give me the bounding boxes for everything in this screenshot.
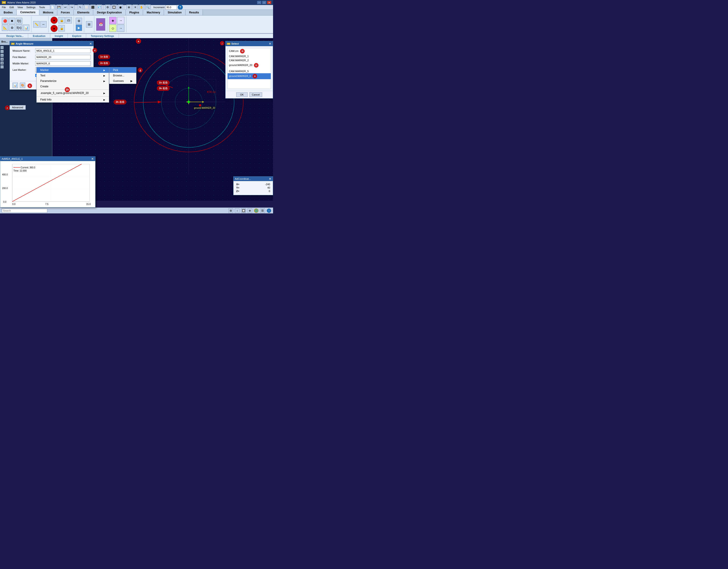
status-pan-button[interactable]: ↕ (235, 208, 239, 213)
status-globe-button[interactable]: 🌐 (254, 208, 259, 213)
coord-close-button[interactable]: ✕ (269, 177, 271, 181)
ribbon-btn-12[interactable]: 🗃 (65, 17, 72, 23)
ribbon-btn-11[interactable]: 🔒 (58, 17, 65, 23)
tab-plugins[interactable]: Plugins (126, 10, 143, 15)
select-close-button[interactable]: ✕ (269, 42, 271, 45)
menu-settings[interactable]: Settings (26, 6, 36, 9)
body-tool2[interactable]: 🔲 (111, 5, 117, 10)
ribbon-btn-2[interactable]: ✖ (9, 18, 15, 24)
sidebar-icon-1[interactable]: + (0, 46, 4, 49)
status-chain-button[interactable]: ⛓ (260, 208, 265, 213)
ribbon-btn-7[interactable]: 📊 (23, 25, 29, 31)
select-item-cam-marker5[interactable]: CAM.MARKER_5 (228, 69, 271, 73)
pan-tool[interactable]: ✋ (139, 5, 144, 10)
ribbon-btn-22[interactable]: → (117, 25, 124, 32)
ribbon-btn-18[interactable]: 📅 (96, 18, 105, 31)
select-item-cam-marker1[interactable]: CAM.MARKER_1 (228, 54, 271, 58)
select-list[interactable]: CAM.cm 3i CAM.MARKER_1 CAM.MARKER_2 grou… (227, 48, 271, 89)
sidebar-icon-4[interactable]: ⊕ (0, 58, 4, 61)
rotate-tool[interactable]: ⬛ (90, 5, 96, 10)
first-marker-input[interactable] (35, 55, 91, 59)
ribbon-label-explore[interactable]: Explore (68, 34, 86, 38)
constraint-tool[interactable]: ⊕ (126, 5, 132, 10)
tab-connectors[interactable]: Connectors (17, 10, 39, 15)
move-tool[interactable]: ⬜ (84, 5, 89, 10)
ribbon-btn-17[interactable]: ⊞ (86, 21, 92, 28)
ribbon-btn-15[interactable]: ⚙ (76, 18, 82, 24)
menu-tools[interactable]: Tools (39, 6, 45, 9)
tab-results[interactable]: Results (186, 10, 203, 15)
ribbon-label-insight[interactable]: Insight (50, 34, 68, 38)
select-item-cam-marker2[interactable]: CAM.MARKER_2 (228, 58, 271, 62)
ribbon-btn-16[interactable]: ▶ (76, 25, 82, 31)
tab-elements[interactable]: Elements (74, 10, 93, 15)
search-input[interactable] (2, 209, 47, 213)
ribbon-btn-9[interactable]: ↔ (40, 21, 47, 28)
new-button[interactable]: 📄 (50, 5, 55, 10)
minimize-button[interactable]: − (257, 1, 261, 4)
menu-edit[interactable]: Edit (9, 6, 14, 9)
ribbon-btn-1[interactable]: 🔴 (2, 18, 8, 24)
pick-submenu-guesses[interactable]: Guesses ▶ (109, 78, 136, 84)
angle-measure-close-button[interactable]: ✕ (89, 42, 92, 45)
context-menu-text[interactable]: Text ▶ (37, 73, 109, 78)
zoom-fit-tool[interactable]: 🔍 (145, 5, 151, 10)
ribbon-btn-20[interactable]: → (117, 17, 124, 24)
status-grid-button[interactable]: ⊞ (228, 208, 233, 213)
tab-simulation[interactable]: Simulation (164, 10, 185, 15)
sidebar-icon-2[interactable]: ○ (0, 50, 4, 53)
status-zoom-button[interactable]: 🔲 (241, 208, 246, 213)
tab-forces[interactable]: Forces (57, 10, 74, 15)
undo-button[interactable]: ↩ (63, 5, 68, 10)
pick-submenu-browse[interactable]: Browse... (109, 73, 136, 78)
menu-file[interactable]: File (1, 6, 6, 9)
ribbon-btn-10[interactable]: ● (50, 17, 58, 24)
chart-close-button[interactable]: ✕ (91, 157, 94, 161)
ribbon-btn-14[interactable]: 🔓 (58, 25, 65, 31)
force-tool[interactable]: ✳ (133, 5, 138, 10)
ribbon-btn-19[interactable]: ◈ (109, 17, 116, 24)
tab-motions[interactable]: Motions (39, 10, 57, 15)
context-menu-field-info[interactable]: Field Info ▶ (37, 97, 109, 102)
tab-design-exploration[interactable]: Design Exploration (93, 10, 126, 15)
status-fit-button[interactable]: ⊕ (248, 208, 252, 213)
save-button[interactable]: 💾 (56, 5, 62, 10)
ribbon-btn-6[interactable]: f(n) (16, 25, 22, 31)
redo-button[interactable]: ↪ (69, 5, 75, 10)
body-tool3[interactable]: ◼ (118, 5, 123, 10)
select-cancel-button[interactable]: Cancel (249, 92, 262, 97)
ribbon-btn-13[interactable]: ● (50, 25, 58, 32)
sidebar-icon-3[interactable]: ≡ (0, 54, 4, 57)
select-ok-button[interactable]: OK j (236, 92, 248, 97)
ribbon-btn-4[interactable]: 📐 (2, 25, 8, 31)
context-menu-parameterize[interactable]: Parameterize ▶ (37, 78, 109, 84)
select-item-ground-marker6[interactable]: ground.MARKER_6 2i (228, 73, 271, 79)
sidebar-icon-5[interactable]: ⊞ (0, 61, 4, 65)
tab-machinery[interactable]: Machinery (143, 10, 164, 15)
tab-bodies[interactable]: Bodies (0, 10, 17, 15)
pick-submenu-pick[interactable]: Pick g (109, 67, 136, 73)
increment-input[interactable] (166, 5, 177, 10)
sidebar-icon-6[interactable]: □ (0, 65, 4, 68)
ribbon-btn-3[interactable]: f(t) (16, 18, 22, 24)
ribbon-btn-21[interactable]: ◇ (109, 25, 116, 32)
select-item-cam-cm[interactable]: CAM.cm 3i (228, 48, 271, 54)
menu-view[interactable]: View (17, 6, 23, 9)
select-tool[interactable]: ↖ (78, 5, 83, 10)
chart-icon-button[interactable]: 📊 (13, 83, 18, 88)
context-menu-example[interactable]: .example_5_cams.ground.MARKER_20 ▶ (37, 90, 109, 96)
advanced-button[interactable]: Advanced (10, 105, 26, 110)
ribbon-label-design-varia[interactable]: Design Varia... (2, 34, 28, 38)
select-item-ground-marker20[interactable]: ground.MARKER_20 1i (228, 62, 271, 68)
zoom-tool[interactable]: 💎 (97, 5, 102, 10)
body-tool[interactable]: ⚙ (105, 5, 110, 10)
measure-name-input[interactable] (35, 48, 91, 53)
palette-icon-button[interactable]: 🎨 (20, 83, 25, 88)
help-button[interactable]: ? (178, 5, 183, 10)
context-menu-create[interactable]: Create (37, 84, 109, 89)
ribbon-btn-5[interactable]: ⚙ (9, 25, 15, 31)
ribbon-label-temporary-settings[interactable]: Temporary Settings (86, 34, 119, 38)
status-info-button[interactable]: i (267, 208, 271, 213)
ribbon-btn-8[interactable]: 📏 (33, 21, 40, 28)
maximize-button[interactable]: □ (262, 1, 266, 4)
